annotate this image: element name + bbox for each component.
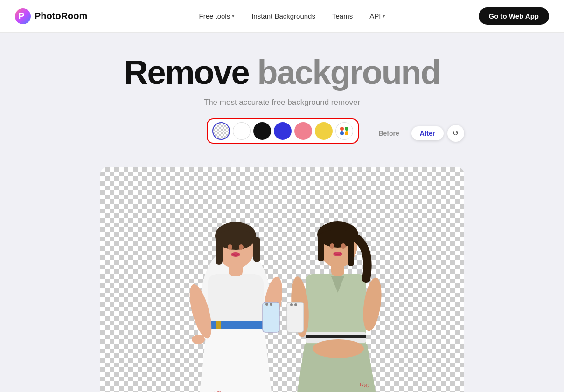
nav-teams[interactable]: Teams [326, 8, 359, 24]
svg-point-22 [192, 335, 205, 344]
svg-point-46 [290, 303, 293, 306]
swatch-blue[interactable] [274, 122, 292, 140]
swatch-white[interactable] [233, 122, 251, 140]
svg-point-43 [341, 243, 346, 249]
svg-point-42 [330, 243, 334, 249]
swatch-yellow[interactable] [315, 122, 333, 140]
go-to-web-app-button[interactable]: Go to Web App [479, 7, 549, 25]
chevron-down-icon-api: ▾ [383, 13, 385, 19]
nav-instant-backgrounds[interactable]: Instant Backgrounds [245, 8, 322, 24]
svg-point-25 [265, 303, 268, 306]
svg-point-3 [345, 127, 348, 131]
svg-rect-8 [207, 321, 265, 329]
svg-point-19 [228, 244, 232, 250]
main-content: Remove background The most accurate free… [0, 33, 564, 392]
page-subtitle: The most accurate free background remove… [11, 98, 553, 107]
color-picker-row [207, 118, 359, 144]
nav-free-tools[interactable]: Free tools ▾ [192, 8, 241, 24]
svg-point-35 [313, 339, 364, 358]
photoroom-logo-icon: P [15, 8, 31, 24]
svg-point-2 [340, 127, 344, 131]
multicolor-dots-icon [339, 126, 349, 136]
svg-point-20 [239, 244, 244, 250]
svg-point-47 [294, 303, 297, 306]
svg-point-44 [333, 252, 342, 256]
svg-point-18 [216, 230, 255, 247]
navbar: P PhotoRoom Free tools ▾ Instant Backgro… [0, 0, 564, 33]
chevron-down-icon: ▾ [232, 13, 235, 19]
nav-api[interactable]: API ▾ [363, 8, 392, 24]
svg-text:P: P [18, 11, 24, 21]
woman-right: vivo [287, 221, 384, 392]
svg-point-5 [345, 131, 348, 135]
svg-rect-17 [253, 237, 260, 262]
svg-rect-9 [216, 321, 221, 329]
logo-link[interactable]: P PhotoRoom [15, 8, 87, 24]
svg-point-41 [318, 230, 358, 246]
svg-marker-10 [198, 329, 273, 392]
swatch-transparent[interactable] [212, 122, 230, 140]
svg-point-4 [340, 131, 344, 135]
main-nav: Free tools ▾ Instant Backgrounds Teams A… [106, 8, 478, 24]
svg-rect-45 [287, 302, 304, 332]
background-removed-image: vivo [100, 167, 464, 392]
svg-rect-32 [306, 335, 366, 338]
logo-text: PhotoRoom [35, 11, 87, 21]
after-button[interactable]: After [411, 126, 444, 140]
page-title: Remove background [11, 55, 553, 90]
refresh-icon: ↺ [453, 129, 459, 138]
before-button[interactable]: Before [370, 126, 407, 140]
swatch-pink[interactable] [294, 122, 312, 140]
swatch-black[interactable] [253, 122, 271, 140]
svg-rect-24 [263, 302, 279, 332]
svg-point-26 [270, 303, 272, 306]
refresh-button[interactable]: ↺ [447, 125, 464, 142]
swatch-multicolor[interactable] [335, 122, 353, 140]
woman-left: vivo [185, 222, 285, 392]
svg-point-21 [231, 252, 240, 257]
image-display: vivo [100, 167, 464, 392]
before-after-controls: Before After ↺ [370, 125, 464, 142]
